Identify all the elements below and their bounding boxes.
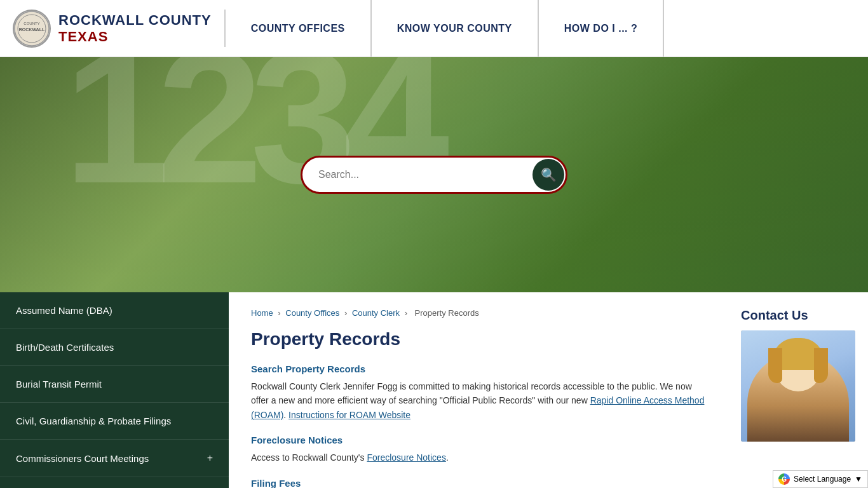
- select-language-label[interactable]: Select Language: [794, 475, 851, 484]
- foreclosure-sep: .: [446, 452, 449, 463]
- right-sidebar: Contact Us: [728, 292, 868, 488]
- breadcrumb: Home › County Offices › County Clerk › P…: [251, 308, 706, 318]
- logo-area: ROCKWALL COUNTY ROCKWALL COUNTY TEXAS: [0, 0, 224, 57]
- breadcrumb-home[interactable]: Home: [251, 308, 273, 318]
- page-title: Property Records: [251, 329, 706, 349]
- breadcrumb-county-offices[interactable]: County Offices: [285, 308, 339, 318]
- seal-icon: ROCKWALL COUNTY: [13, 10, 51, 48]
- main-content: Home › County Offices › County Clerk › P…: [229, 292, 728, 488]
- breadcrumb-current: Property Records: [415, 308, 479, 318]
- sidebar-label: Birth/Death Certificates: [16, 342, 114, 353]
- sidebar-label: Commissioners Court Meetings: [16, 453, 149, 464]
- logo-text: ROCKWALL COUNTY TEXAS: [58, 12, 212, 45]
- breadcrumb-sep: ›: [344, 308, 349, 318]
- breadcrumb-sep: ›: [405, 308, 410, 318]
- hero-section: 1234 🔍: [0, 57, 868, 292]
- sidebar-item-birth-death[interactable]: Birth/Death Certificates: [0, 329, 229, 366]
- breadcrumb-county-clerk[interactable]: County Clerk: [352, 308, 400, 318]
- sidebar-item-commissioners[interactable]: Commissioners Court Meetings +: [0, 440, 229, 477]
- expand-icon: +: [207, 452, 213, 464]
- foreclosure-link[interactable]: Foreclosure Notices: [251, 435, 706, 445]
- search-icon: 🔍: [541, 167, 557, 182]
- sidebar: Assumed Name (DBA) Birth/Death Certifica…: [0, 292, 229, 488]
- nav-how-do-i[interactable]: HOW DO I ... ?: [539, 0, 664, 57]
- foreclosure-text: Access to Rockwall County's Foreclosure …: [251, 451, 706, 464]
- foreclosure-notices-link[interactable]: Foreclosure Notices: [367, 452, 446, 463]
- contact-us-title: Contact Us: [741, 308, 855, 323]
- search-button[interactable]: 🔍: [532, 159, 564, 191]
- content-area: Assumed Name (DBA) Birth/Death Certifica…: [0, 292, 868, 488]
- contact-photo: [741, 330, 855, 442]
- filing-fees-link[interactable]: Filing Fees: [251, 478, 706, 488]
- sidebar-item-conflict[interactable]: Conflict of Interest: [0, 477, 229, 488]
- google-translate-bar[interactable]: G Select Language ▼: [773, 470, 868, 488]
- search-property-link[interactable]: Search Property Records: [251, 363, 706, 374]
- sidebar-item-burial[interactable]: Burial Transit Permit: [0, 366, 229, 403]
- sidebar-label: Assumed Name (DBA): [16, 305, 112, 316]
- search-input[interactable]: [301, 156, 567, 194]
- sidebar-label: Burial Transit Permit: [16, 379, 102, 390]
- main-nav: COUNTY OFFICES KNOW YOUR COUNTY HOW DO I…: [226, 0, 868, 57]
- nav-county-offices[interactable]: COUNTY OFFICES: [226, 0, 372, 57]
- watermark: 1234: [64, 57, 437, 226]
- sidebar-item-assumed-name[interactable]: Assumed Name (DBA): [0, 292, 229, 329]
- roam-sep: .: [283, 410, 288, 420]
- svg-text:ROCKWALL: ROCKWALL: [19, 27, 45, 32]
- breadcrumb-sep: ›: [278, 308, 283, 318]
- logo-line1: ROCKWALL COUNTY: [58, 12, 212, 29]
- logo-line2: TEXAS: [58, 29, 212, 45]
- dropdown-arrow-icon: ▼: [855, 475, 862, 484]
- sidebar-item-civil[interactable]: Civil, Guardianship & Probate Filings: [0, 403, 229, 440]
- svg-text:COUNTY: COUNTY: [24, 22, 39, 25]
- search-wrapper: 🔍: [301, 156, 567, 194]
- site-header: ROCKWALL COUNTY ROCKWALL COUNTY TEXAS CO…: [0, 0, 868, 57]
- sidebar-label: Civil, Guardianship & Probate Filings: [16, 416, 171, 426]
- search-property-text: Rockwall County Clerk Jennifer Fogg is c…: [251, 379, 706, 422]
- nav-know-county[interactable]: KNOW YOUR COUNTY: [372, 0, 539, 57]
- roam-instructions-link[interactable]: Instructions for ROAM Website: [288, 410, 410, 420]
- google-icon: G: [778, 473, 790, 485]
